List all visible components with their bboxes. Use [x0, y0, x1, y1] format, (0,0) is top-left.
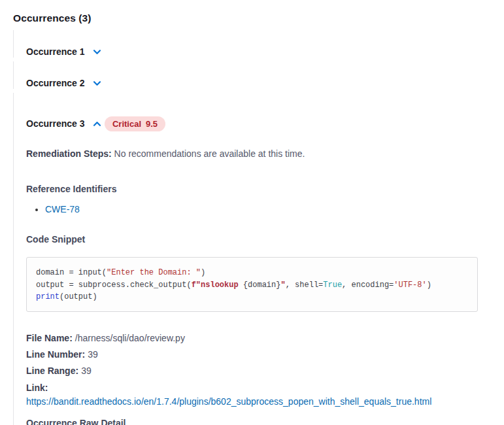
reference-identifier-item: CWE-78 [45, 204, 491, 214]
meta-field-row: Line Range:39 [26, 363, 491, 379]
code-token: True [323, 280, 342, 290]
link-row: Link: https://bandit.readthedocs.io/en/1… [26, 381, 491, 409]
occurrence-3-label: Occurrence 3 [26, 118, 85, 129]
code-snippet-heading: Code Snippet [26, 234, 491, 245]
link-label: Link: [26, 382, 48, 393]
page-title: Occurrences (3) [13, 12, 491, 24]
chevron-down-icon [92, 78, 102, 88]
code-token: (output) [59, 292, 97, 301]
meta-field-value: 39 [88, 349, 98, 360]
chevron-down-icon [92, 47, 102, 57]
severity-score: 9.5 [146, 119, 158, 129]
occurrences-panel: Occurrences (3) Occurrence 1 Occurrence … [0, 0, 504, 425]
severity-badge: Critical 9.5 [105, 116, 165, 131]
meta-field-row: File Name:/harness/sqli/dao/review.py [26, 330, 491, 347]
occurrence-link[interactable]: https://bandit.readthedocs.io/en/1.7.4/p… [26, 396, 431, 407]
code-token: ) [201, 268, 205, 277]
meta-field-row: Line Number:39 [26, 347, 491, 363]
meta-field-label: File Name: [26, 333, 73, 343]
occurrence-1-section: Occurrence 1 [13, 30, 491, 58]
code-token: ) [427, 280, 431, 290]
remediation-label: Remediation Steps: [26, 148, 112, 159]
occurrence-raw-detail-heading: Occurrence Raw Detail [26, 415, 491, 425]
code-token: print [36, 292, 59, 301]
code-token: " [280, 280, 285, 290]
severity-label: Critical [112, 119, 141, 129]
occurrence-2-label: Occurrence 2 [26, 78, 85, 88]
remediation-text: No recommendations are available at this… [114, 148, 305, 159]
code-token: "Enter the Domain: " [107, 268, 201, 277]
chevron-up-icon [92, 119, 102, 129]
reference-identifier-link[interactable]: CWE-78 [45, 204, 80, 214]
code-token: domain = input( [36, 268, 107, 277]
meta-field-value: /harness/sqli/dao/review.py [75, 333, 185, 343]
occurrence-3-toggle[interactable]: Occurrence 3 [26, 118, 102, 129]
occurrence-meta: File Name:/harness/sqli/dao/review.pyLin… [26, 330, 491, 425]
occurrence-2-toggle[interactable]: Occurrence 2 [26, 78, 102, 88]
remediation-steps: Remediation Steps: No recommendations ar… [26, 148, 491, 159]
code-token: output = subprocess.check_output( [36, 280, 192, 290]
code-token: f"nslookup [192, 280, 243, 290]
meta-field-label: Line Number: [26, 349, 85, 360]
code-token: 'UTF-8' [394, 280, 426, 290]
code-token: , shell= [286, 280, 324, 290]
code-token: {domain} [243, 280, 281, 290]
code-snippet-text: domain = input("Enter the Domain: ") out… [36, 267, 468, 303]
occurrence-3-section: Occurrence 3 Critical 9.5 Remediation St… [13, 93, 491, 425]
occurrence-1-label: Occurrence 1 [26, 46, 85, 57]
meta-field-label: Line Range: [26, 366, 78, 376]
meta-field-value: 39 [81, 366, 92, 376]
occurrence-2-section: Occurrence 2 [13, 61, 491, 89]
occurrence-1-toggle[interactable]: Occurrence 1 [26, 46, 102, 57]
code-token: , encoding= [342, 280, 394, 290]
reference-identifiers-list: CWE-78 [26, 204, 491, 214]
reference-identifiers-heading: Reference Identifiers [26, 184, 491, 194]
meta-fields: File Name:/harness/sqli/dao/review.pyLin… [26, 330, 491, 379]
code-snippet-block: domain = input("Enter the Domain: ") out… [26, 257, 478, 312]
